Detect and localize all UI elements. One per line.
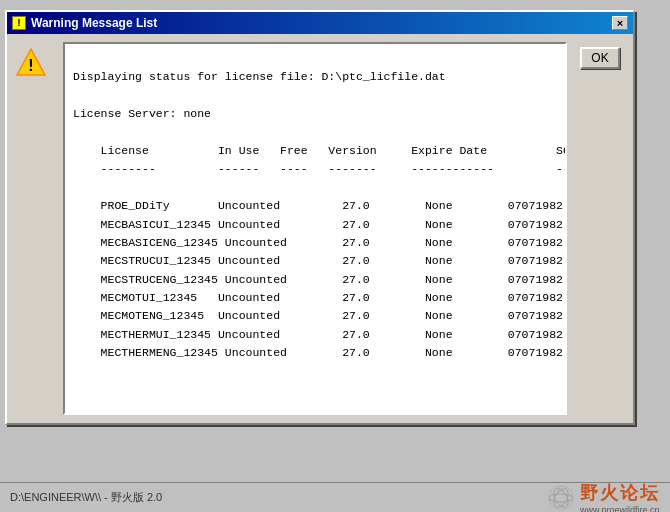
row-7: MECTHERMUI_12345 Uncounted 27.0 None 070… (73, 328, 565, 341)
warning-title-icon: ! (12, 16, 26, 30)
row-0: PROE_DDiTy Uncounted 27.0 None 07071982 … (73, 199, 565, 212)
table-header: License In Use Free Version Expire Date … (73, 144, 565, 157)
row-5: MECMOTUI_12345 Uncounted 27.0 None 07071… (73, 291, 565, 304)
text-area-container[interactable]: Displaying status for license file: D:\p… (63, 42, 567, 415)
header-line2: License Server: none (73, 107, 211, 120)
svg-point-5 (549, 494, 573, 502)
row-2: MECBASICENG_12345 Uncounted 27.0 None 07… (73, 236, 565, 249)
dialog-content: ! Displaying status for license file: D:… (7, 34, 633, 423)
logo-sub: www.proewildfire.cn (580, 505, 660, 513)
row-8: MECTHERMENG_12345 Uncounted 27.0 None 07… (73, 346, 565, 359)
scroll-area[interactable]: Displaying status for license file: D:\p… (65, 44, 565, 413)
dialog-window: ! Warning Message List × ! Displaying st… (5, 10, 635, 425)
bottom-bar: D:\ENGINEER\W\\ - 野火版 2.0 野火论坛 www.proew… (0, 482, 670, 512)
table-divider: -------- ------ ---- ------- -----------… (73, 162, 565, 175)
close-button[interactable]: × (612, 16, 628, 30)
window-title: Warning Message List (31, 16, 157, 30)
warning-icon-area: ! (15, 42, 55, 415)
row-3: MECSTRUCUI_12345 Uncounted 27.0 None 070… (73, 254, 565, 267)
warning-icon: ! (15, 47, 47, 79)
bottom-left-text: D:\ENGINEER\W\\ - 野火版 2.0 (10, 490, 162, 505)
button-area: OK (575, 42, 625, 415)
title-bar: ! Warning Message List × (7, 12, 633, 34)
text-content: Displaying status for license file: D:\p… (73, 50, 557, 381)
svg-point-4 (551, 486, 571, 509)
row-4: MECSTRUCENG_12345 Uncounted 27.0 None 07… (73, 273, 565, 286)
logo-circle-icon (547, 484, 575, 512)
bottom-right-logo: 野火论坛 www.proewildfire.cn (547, 481, 660, 513)
row-1: MECBASICUI_12345 Uncounted 27.0 None 070… (73, 218, 565, 231)
logo-text-area: 野火论坛 www.proewildfire.cn (580, 481, 660, 513)
header-line1: Displaying status for license file: D:\p… (73, 70, 446, 83)
row-6: MECMOTENG_12345 Uncounted 27.0 None 0707… (73, 309, 565, 322)
ok-button[interactable]: OK (580, 47, 620, 69)
title-bar-left: ! Warning Message List (12, 16, 157, 30)
logo-name: 野火论坛 (580, 481, 660, 505)
svg-text:!: ! (28, 57, 33, 74)
